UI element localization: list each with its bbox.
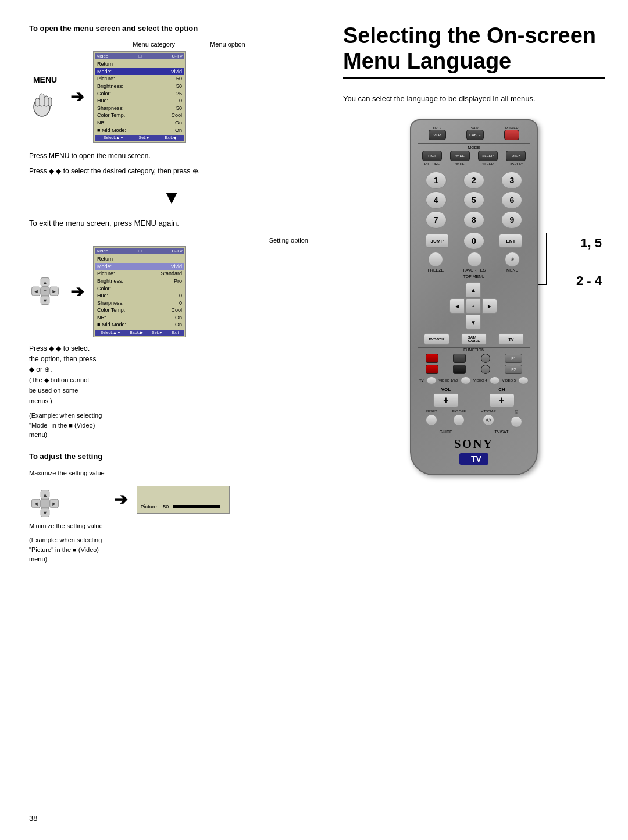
annotation-15: 1, 5 [580,236,602,251]
mtssap-button[interactable]: Ⓒ [483,414,494,426]
ent-button[interactable]: ENT [499,234,522,248]
picture-button[interactable]: PICT [422,151,442,161]
ch-plus-button[interactable]: + [489,393,515,407]
button-0[interactable]: 0 [463,232,484,250]
setting-option-label: Setting option [29,237,308,244]
f1-button[interactable]: F1 [505,354,522,363]
menu-btn-group: ⑥ MENU [505,252,520,272]
arrow-right-2: ➔ [70,282,84,301]
picture-label: PICTURE [424,162,440,166]
favorites-button[interactable] [467,252,482,267]
dvd-vcr-button[interactable]: VCR [429,130,446,140]
button-7[interactable]: 7 [426,211,447,229]
reset-btn-group: RESET [426,410,437,428]
tv-source-button[interactable]: TV [498,333,524,345]
svg-text:▼: ▼ [42,297,48,303]
vol-ch-section: VOL + CH + [418,387,530,407]
freeze-button[interactable] [428,252,443,267]
picoff-btn-group: PIC OFF [452,410,466,428]
func-btn-stop[interactable] [453,365,466,374]
f2-button[interactable]: F2 [505,365,522,374]
ch-label: CH [498,387,505,392]
remote-container: DVD/ VCR SAT/. CABLE POWER [410,119,538,475]
hand-icon [29,87,61,119]
button-8[interactable]: 8 [463,211,484,229]
button-1[interactable]: 1 [426,172,447,189]
menu-label-btn: MENU [506,268,519,272]
func-btn-pause[interactable] [426,365,438,374]
sat-cable-button[interactable]: CABLE [466,130,484,140]
dpad-left[interactable]: ◄ [449,298,465,314]
dpad-up[interactable]: ▲ [466,282,481,297]
example-text-1: (Example: when selecting"Mode" in the ■ … [29,411,314,440]
dpad-right[interactable]: ► [482,298,497,314]
video4-button[interactable] [490,376,500,385]
section1-heading: To open the menu screen and select the o… [29,23,314,34]
function-section: FUNCTION F1 F2 [418,347,530,374]
display-button[interactable]: DISP [506,151,526,161]
page-title: Selecting the On-screen Menu Language [343,23,605,79]
arrow-right: ➔ [70,87,84,106]
freeze-label: FREEZE [428,268,444,272]
left-column: To open the menu screen and select the o… [29,23,331,817]
reset-button[interactable] [426,414,437,426]
dpad-down[interactable]: ▼ [466,315,481,330]
menu-diagram: MENU ➔ Video□C-TV Return Mode:Vivid Pic [29,51,314,143]
func-btn-3[interactable] [481,354,490,363]
press-select-text: Press ◆ ◆ to select the desired category… [29,166,314,176]
dvdvcr-source-button[interactable]: DVD/VCR [424,333,449,345]
svg-text:▲: ▲ [42,492,48,497]
diagram-label2: Menu option [210,41,245,48]
special-row: JUMP 0 ENT [418,232,530,250]
button-3[interactable]: 3 [501,172,522,189]
svg-rect-3 [48,98,52,106]
mtssap-btn-group: MTS/SAP Ⓒ [480,410,495,428]
adjust-dpad-icon: ▲ ▼ ◄ ► + [29,487,61,519]
vol-plus-button[interactable]: + [433,393,459,407]
video4-label: VIDEO 4 [473,379,487,382]
svg-text:►: ► [52,289,57,294]
vol-ch-row: VOL + CH + [418,387,530,407]
tv-video-button[interactable] [426,376,437,385]
screen-mockup-2: Video□C-TV Return Mode:Vivid Picture:Sta… [93,246,186,337]
func-btn-circle[interactable] [481,365,490,374]
wide-button[interactable]: WIDE [450,151,470,161]
power-button[interactable] [504,130,519,140]
remote-control: DVD/ VCR SAT/. CABLE POWER [410,119,538,475]
video5-button[interactable] [518,376,529,385]
sleep-button[interactable]: SLEEP [478,151,498,161]
ch-group: CH + [489,387,515,407]
adjust-section: To adjust the setting Maximize the setti… [29,451,314,564]
svg-rect-2 [44,96,48,106]
dpad-center[interactable]: + [466,298,481,314]
mute-button[interactable] [511,416,522,428]
tv-video-label: TV [419,379,424,382]
bracket-line [546,233,547,285]
svg-text:◄: ◄ [33,501,38,507]
menu-button[interactable]: ⑥ [505,252,520,267]
diagram-label1: Menu category [133,41,175,48]
func-btn-2[interactable] [453,354,466,363]
freeze-row: FREEZE FAVORITES ⑥ MENU [418,252,530,272]
intro-text: You can select the language to be displa… [343,93,605,105]
vol-label: VOL [441,387,451,392]
video123-button[interactable] [461,376,471,385]
annotation-24: 2 - 4 [576,273,602,289]
step2-press-text: Press ◆ ◆ to selectthe option, then pres… [29,343,314,406]
page-number: 38 [29,814,37,823]
menu-icon-area: MENU [29,75,61,119]
right-column: Selecting the On-screen Menu Language Yo… [331,23,605,817]
function-row-2: F2 [418,365,530,374]
dpad-section: ▲ ◄ + ► ▼ [448,282,500,330]
button-5[interactable]: 5 [463,191,484,209]
button-9[interactable]: 9 [501,211,522,229]
button-6[interactable]: 6 [501,191,522,209]
satcable-source-button[interactable]: SAT/CABLE [461,333,487,345]
button-4[interactable]: 4 [426,191,447,209]
button-2[interactable]: 2 [463,172,484,189]
svg-text:◄: ◄ [33,289,38,294]
vol-group: VOL + [433,387,459,407]
func-btn-1[interactable] [426,354,438,363]
picoff-button[interactable] [453,414,465,426]
jump-button[interactable]: JUMP [426,234,449,248]
